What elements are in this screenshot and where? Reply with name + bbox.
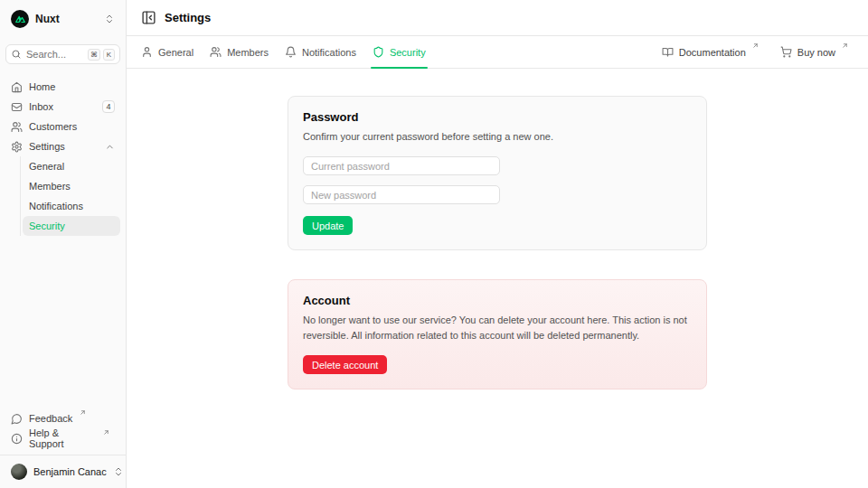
current-password-field[interactable] [303,156,500,175]
customers-icon [11,121,23,133]
sidebar-item-settings-notifications[interactable]: Notifications [23,196,120,216]
users-icon [210,46,222,58]
sidebar: Nuxt Search... ⌘ K Home Inbox 4 Cu [0,0,127,488]
settings-tabbar: General Members Notifications Security D… [127,36,868,69]
sidebar-item-settings-general[interactable]: General [23,156,120,176]
page-title: Settings [165,11,211,24]
sidebar-spacer [5,236,120,408]
sidebar-item-label: Customers [29,121,77,132]
sidebar-item-settings-security[interactable]: Security [23,216,120,236]
settings-children: General Members Notifications Security [20,156,120,236]
nuxt-logo-icon [11,10,29,28]
user-icon [141,46,153,58]
link-label: Documentation [679,47,746,58]
password-card: Password Confirm your current password b… [288,96,707,250]
sidebar-item-label: Help & Support [29,427,96,449]
tab-members[interactable]: Members [210,36,269,68]
sidebar-item-label: Notifications [29,201,83,211]
tab-general[interactable]: General [141,36,193,68]
sidebar-item-label: Inbox [29,101,53,112]
tab-label: Notifications [302,47,356,58]
sidebar-item-feedback[interactable]: Feedback [5,408,120,428]
sidebar-item-inbox[interactable]: Inbox 4 [5,97,120,117]
app-root: Nuxt Search... ⌘ K Home Inbox 4 Cu [0,0,868,488]
buy-now-link[interactable]: Buy now [780,46,854,58]
home-icon [11,81,23,93]
account-card: Account No longer want to use our servic… [288,279,707,389]
new-password-field[interactable] [303,185,500,204]
search-input[interactable]: Search... ⌘ K [5,44,120,64]
search-placeholder: Search... [26,49,66,60]
gear-icon [11,141,23,153]
book-open-icon [662,46,674,58]
tab-label: Security [390,47,426,58]
account-card-title: Account [303,294,692,307]
search-shortcut: ⌘ K [88,49,115,61]
kbd-k: K [103,49,115,61]
external-link-icon [80,409,91,421]
kbd-meta: ⌘ [88,49,100,61]
sidebar-item-customers[interactable]: Customers [5,117,120,136]
chevrons-up-down-icon [113,466,124,477]
avatar [11,464,27,480]
tabbar-links: Documentation Buy now [662,46,854,58]
chevron-up-icon [105,142,115,152]
link-label: Buy now [797,47,835,58]
user-name: Benjamin Canac [33,466,107,477]
sidebar-item-label: Security [29,221,65,231]
sidebar-item-help-support[interactable]: Help & Support [5,428,120,448]
info-icon [11,433,23,445]
tab-label: General [158,47,193,58]
inbox-icon [11,101,23,113]
workspace-name: Nuxt [35,13,60,25]
user-menu[interactable]: Benjamin Canac [5,461,120,483]
page-header: Settings [127,0,868,36]
update-password-button[interactable]: Update [303,216,353,235]
settings-security-content: Password Confirm your current password b… [127,69,868,488]
password-card-title: Password [303,110,692,124]
sidebar-item-label: Home [29,81,55,92]
sidebar-item-label: General [29,161,64,172]
account-card-description: No longer want to use our service? You c… [303,313,692,343]
sidebar-item-label: Members [29,181,71,192]
sidebar-divider [0,455,126,455]
password-card-description: Confirm your current password before set… [303,129,692,145]
sidebar-nav: Home Inbox 4 Customers Settings General [5,77,120,236]
search-icon [11,49,22,60]
chevrons-up-down-icon [104,14,115,24]
delete-account-button[interactable]: Delete account [303,355,387,374]
tab-notifications[interactable]: Notifications [285,36,356,68]
sidebar-item-label: Feedback [29,413,72,424]
sidebar-item-settings-members[interactable]: Members [23,176,120,196]
main-panel: Settings General Members Notifications S… [127,0,868,488]
sidebar-item-settings[interactable]: Settings [5,136,120,156]
shopping-cart-icon [780,46,792,58]
external-link-icon [752,42,764,54]
tab-security[interactable]: Security [373,36,426,68]
tab-label: Members [227,47,269,58]
documentation-link[interactable]: Documentation [662,46,764,58]
workspace-switcher[interactable]: Nuxt [5,7,120,31]
external-link-icon [842,42,854,54]
bell-icon [285,46,297,58]
sidebar-item-home[interactable]: Home [5,77,120,97]
sidebar-item-label: Settings [29,141,65,152]
feedback-icon [11,413,23,425]
shield-icon [373,46,384,58]
external-link-icon [103,429,115,441]
inbox-count-badge: 4 [102,100,115,113]
collapse-sidebar-icon[interactable] [141,10,156,25]
